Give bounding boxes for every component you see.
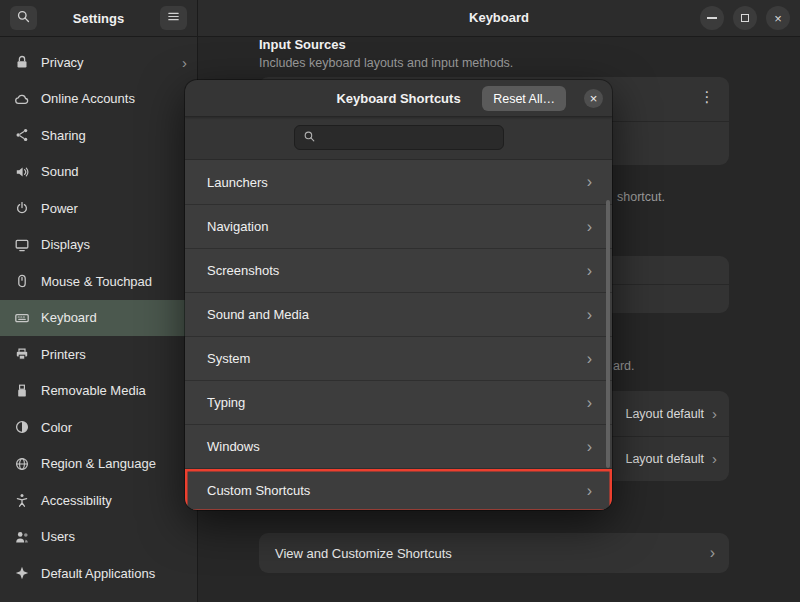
category-label: Windows xyxy=(207,439,260,454)
category-label: Launchers xyxy=(207,175,268,190)
sidebar-item-label: Accessibility xyxy=(41,493,112,508)
sidebar-item-printers[interactable]: Printers xyxy=(0,336,197,373)
view-customize-shortcuts-row[interactable]: View and Customize Shortcuts › xyxy=(259,533,729,573)
shortcut-search-input[interactable] xyxy=(322,131,495,145)
sidebar-item-power[interactable]: Power xyxy=(0,190,197,227)
sidebar-item-default-applications[interactable]: Default Applications xyxy=(0,555,197,592)
category-label: System xyxy=(207,351,250,366)
section-title: Input Sources xyxy=(259,37,346,52)
sidebar-item-online-accounts[interactable]: Online Accounts xyxy=(0,81,197,118)
sidebar-item-accessibility[interactable]: Accessibility xyxy=(0,482,197,519)
display-icon xyxy=(14,237,30,253)
shortcut-category-navigation[interactable]: Navigation› xyxy=(185,204,612,248)
window-controls: × xyxy=(700,6,790,30)
text-fragment-shortcut: shortcut. xyxy=(617,190,665,204)
chevron-right-icon: › xyxy=(587,439,592,455)
shortcut-category-screenshots[interactable]: Screenshots› xyxy=(185,248,612,292)
row-value: Layout default xyxy=(625,407,704,421)
titlebar: Settings Keyboard × xyxy=(0,0,800,37)
sidebar-item-keyboard[interactable]: Keyboard xyxy=(0,300,197,337)
shortcut-category-system[interactable]: System› xyxy=(185,336,612,380)
category-label: Typing xyxy=(207,395,245,410)
search-entry[interactable] xyxy=(294,125,504,150)
chevron-right-icon: › xyxy=(712,451,717,466)
drive-icon xyxy=(14,383,30,399)
chevron-right-icon: › xyxy=(710,545,715,561)
sidebar-item-sharing[interactable]: Sharing xyxy=(0,117,197,154)
sidebar-item-label: Power xyxy=(41,201,78,216)
sidebar-item-label: Online Accounts xyxy=(41,91,135,106)
scrollbar-thumb[interactable] xyxy=(606,200,610,468)
more-options-icon[interactable]: ⋮ xyxy=(697,88,717,106)
globe-icon xyxy=(14,456,30,472)
speaker-icon xyxy=(14,164,30,180)
dialog-headerbar: Keyboard Shortcuts Reset All… × xyxy=(185,80,612,117)
sidebar-item-label: Mouse & Touchpad xyxy=(41,274,152,289)
lock-icon xyxy=(14,54,30,70)
search-bar xyxy=(185,117,612,158)
reset-all-button[interactable]: Reset All… xyxy=(482,86,566,111)
close-icon: × xyxy=(590,91,598,106)
sidebar-item-color[interactable]: Color xyxy=(0,409,197,446)
sidebar-item-label: Sharing xyxy=(41,128,86,143)
accessibility-icon xyxy=(14,492,30,508)
row-label: View and Customize Shortcuts xyxy=(275,546,452,561)
shortcut-category-launchers[interactable]: Launchers› xyxy=(185,160,612,204)
hamburger-menu-icon xyxy=(166,9,181,27)
chevron-right-icon: › xyxy=(587,307,592,323)
sidebar-list: Privacy›Online AccountsSharingSoundPower… xyxy=(0,44,197,592)
share-icon xyxy=(14,127,30,143)
sidebar: Privacy›Online AccountsSharingSoundPower… xyxy=(0,37,198,602)
close-window-button[interactable]: × xyxy=(766,6,790,30)
chevron-right-icon: › xyxy=(587,351,592,367)
apps-icon xyxy=(14,565,30,581)
search-button[interactable] xyxy=(10,6,37,30)
sidebar-item-mouse-touchpad[interactable]: Mouse & Touchpad xyxy=(0,263,197,300)
shortcut-category-windows[interactable]: Windows› xyxy=(185,424,612,468)
sidebar-item-label: Region & Language xyxy=(41,456,156,471)
shortcut-category-typing[interactable]: Typing› xyxy=(185,380,612,424)
category-label: Navigation xyxy=(207,219,268,234)
sidebar-item-label: Displays xyxy=(41,237,90,252)
search-icon xyxy=(16,9,31,27)
maximize-button[interactable] xyxy=(733,6,757,30)
chevron-right-icon: › xyxy=(587,483,592,499)
sidebar-headerbar: Settings xyxy=(0,0,198,36)
sidebar-item-label: Sound xyxy=(41,164,79,179)
keyboard-icon xyxy=(14,310,30,326)
keyboard-shortcuts-dialog: Keyboard Shortcuts Reset All… × Launcher… xyxy=(185,80,612,510)
chevron-right-icon: › xyxy=(587,263,592,279)
row-value: Layout default xyxy=(625,452,704,466)
users-icon xyxy=(14,529,30,545)
settings-window: Settings Keyboard × Privacy›Online Accou… xyxy=(0,0,800,602)
sidebar-item-region-language[interactable]: Region & Language xyxy=(0,446,197,483)
category-label: Screenshots xyxy=(207,263,279,278)
sidebar-item-label: Users xyxy=(41,529,75,544)
shortcut-category-custom-shortcuts-highlighted[interactable]: Custom Shortcuts› xyxy=(185,468,612,510)
chevron-right-icon: › xyxy=(587,174,592,190)
chevron-right-icon: › xyxy=(587,395,592,411)
shortcut-category-sound-and-media[interactable]: Sound and Media› xyxy=(185,292,612,336)
category-label: Custom Shortcuts xyxy=(207,483,310,498)
sidebar-item-label: Printers xyxy=(41,347,86,362)
sidebar-item-privacy[interactable]: Privacy› xyxy=(0,44,197,81)
category-label: Sound and Media xyxy=(207,307,309,322)
minimize-icon xyxy=(707,17,717,19)
sidebar-item-label: Color xyxy=(41,420,72,435)
chevron-right-icon: › xyxy=(182,55,187,70)
shortcut-category-list: Launchers›Navigation›Screenshots›Sound a… xyxy=(185,159,612,510)
dialog-close-button[interactable]: × xyxy=(584,89,603,108)
search-icon xyxy=(303,129,316,147)
sidebar-item-displays[interactable]: Displays xyxy=(0,227,197,264)
sidebar-item-label: Default Applications xyxy=(41,566,155,581)
chevron-right-icon: › xyxy=(587,219,592,235)
chevron-right-icon: › xyxy=(712,406,717,421)
menu-button[interactable] xyxy=(160,6,187,30)
sidebar-item-users[interactable]: Users xyxy=(0,519,197,556)
sidebar-item-sound[interactable]: Sound xyxy=(0,154,197,191)
power-icon xyxy=(14,200,30,216)
maximize-icon xyxy=(741,14,749,22)
minimize-button[interactable] xyxy=(700,6,724,30)
sidebar-item-removable-media[interactable]: Removable Media xyxy=(0,373,197,410)
mouse-icon xyxy=(14,273,30,289)
